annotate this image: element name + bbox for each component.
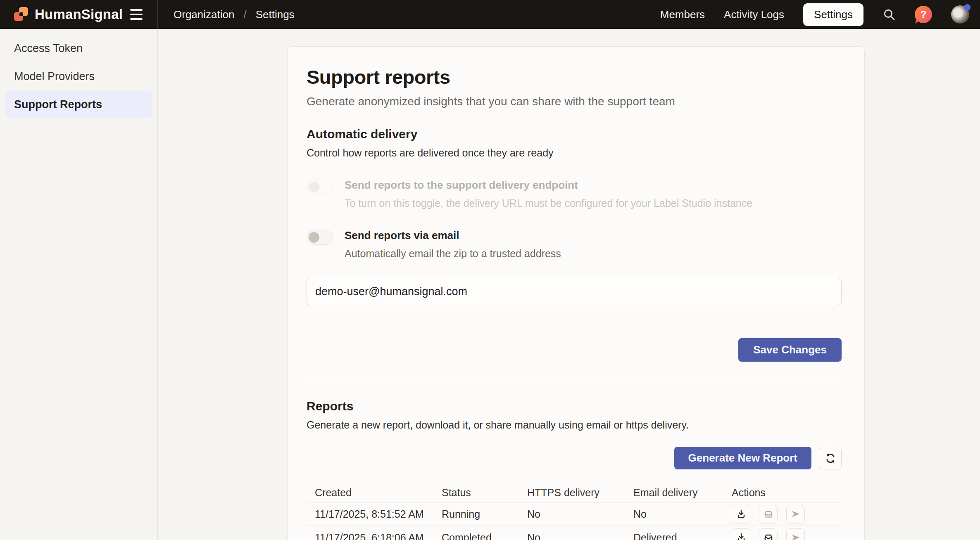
cell-status: Running xyxy=(442,508,527,520)
humansignal-logo-icon xyxy=(14,7,29,22)
cell-status: Completed xyxy=(442,532,527,540)
col-status: Status xyxy=(442,487,527,499)
col-created: Created xyxy=(315,487,442,499)
email-report-button[interactable] xyxy=(759,528,778,540)
cell-created: 11/17/2025, 8:51:52 AM xyxy=(315,508,442,520)
reports-description: Generate a new report, download it, or s… xyxy=(307,419,842,431)
search-icon[interactable] xyxy=(882,8,896,21)
table-row: 11/17/2025, 6:18:06 AM Completed No Deli… xyxy=(307,526,842,540)
email-toggle-description: Automatically email the zip to a trusted… xyxy=(345,248,561,260)
topbar-left: HumanSignal xyxy=(0,0,158,29)
col-https-delivery: HTTPS delivery xyxy=(527,487,633,499)
endpoint-toggle-label: Send reports to the support delivery end… xyxy=(345,179,752,192)
download-report-button[interactable] xyxy=(732,505,750,523)
reports-heading: Reports xyxy=(307,399,842,413)
topbar-right: Members Activity Logs Settings ? xyxy=(660,3,980,26)
reports-table: Created Status HTTPS delivery Email deli… xyxy=(307,483,842,540)
avatar[interactable] xyxy=(951,5,969,24)
page-title: Support reports xyxy=(307,66,842,88)
send-icon xyxy=(790,509,801,519)
inbox-icon xyxy=(763,532,774,540)
refresh-icon xyxy=(825,452,836,464)
cell-email: No xyxy=(633,508,732,520)
breadcrumb-separator: / xyxy=(243,8,246,21)
nav-settings-active[interactable]: Settings xyxy=(803,3,863,26)
cell-https: No xyxy=(527,532,633,540)
inbox-icon xyxy=(763,509,774,519)
download-report-button[interactable] xyxy=(732,528,750,540)
sidebar-item-access-token[interactable]: Access Token xyxy=(5,35,152,62)
toggle-row-email: Send reports via email Automatically ema… xyxy=(307,229,842,260)
nav-members[interactable]: Members xyxy=(660,8,705,21)
automatic-delivery-heading: Automatic delivery xyxy=(307,127,842,141)
email-toggle-label: Send reports via email xyxy=(345,229,561,242)
support-reports-card: Support reports Generate anonymized insi… xyxy=(287,46,865,540)
cell-https: No xyxy=(527,508,633,520)
page-subtitle: Generate anonymized insights that you ca… xyxy=(307,95,842,108)
sidebar-item-model-providers[interactable]: Model Providers xyxy=(5,63,152,90)
generate-new-report-button[interactable]: Generate New Report xyxy=(674,447,811,469)
download-icon xyxy=(736,509,747,519)
table-row: 11/17/2025, 8:51:52 AM Running No No xyxy=(307,502,842,526)
save-changes-button[interactable]: Save Changes xyxy=(738,338,842,362)
hamburger-menu-icon[interactable] xyxy=(130,9,143,20)
col-email-delivery: Email delivery xyxy=(633,487,732,499)
breadcrumb: Organization / Settings xyxy=(158,8,295,21)
cell-created: 11/17/2025, 6:18:06 AM xyxy=(315,532,442,540)
nav-activity-logs[interactable]: Activity Logs xyxy=(724,8,784,21)
email-report-button[interactable] xyxy=(759,505,778,523)
notification-badge xyxy=(964,4,970,11)
trusted-email-input[interactable] xyxy=(307,278,842,305)
email-delivery-toggle[interactable] xyxy=(307,230,333,245)
cell-email: Delivered xyxy=(633,532,732,540)
send-report-button[interactable] xyxy=(786,528,805,540)
settings-sidebar: Access Token Model Providers Support Rep… xyxy=(0,29,158,540)
breadcrumb-settings[interactable]: Settings xyxy=(256,8,295,21)
col-actions: Actions xyxy=(732,487,842,499)
help-bubble-icon[interactable]: ? xyxy=(915,6,932,23)
breadcrumb-organization[interactable]: Organization xyxy=(174,8,234,21)
send-icon xyxy=(790,532,801,540)
automatic-delivery-description: Control how reports are delivered once t… xyxy=(307,147,842,159)
endpoint-toggle-description: To turn on this toggle, the delivery URL… xyxy=(345,197,752,209)
send-report-button[interactable] xyxy=(786,505,805,523)
topbar: HumanSignal Organization / Settings Memb… xyxy=(0,0,980,29)
brand-logo[interactable]: HumanSignal xyxy=(14,7,123,22)
endpoint-delivery-toggle[interactable] xyxy=(307,180,333,194)
toggle-row-endpoint: Send reports to the support delivery end… xyxy=(307,179,842,209)
section-divider xyxy=(307,380,842,380)
download-icon xyxy=(736,532,747,540)
reports-table-header: Created Status HTTPS delivery Email deli… xyxy=(307,483,842,502)
brand-name: HumanSignal xyxy=(35,7,123,22)
main-content: Support reports Generate anonymized insi… xyxy=(158,29,980,540)
refresh-reports-button[interactable] xyxy=(819,447,842,469)
sidebar-item-support-reports[interactable]: Support Reports xyxy=(5,91,152,118)
